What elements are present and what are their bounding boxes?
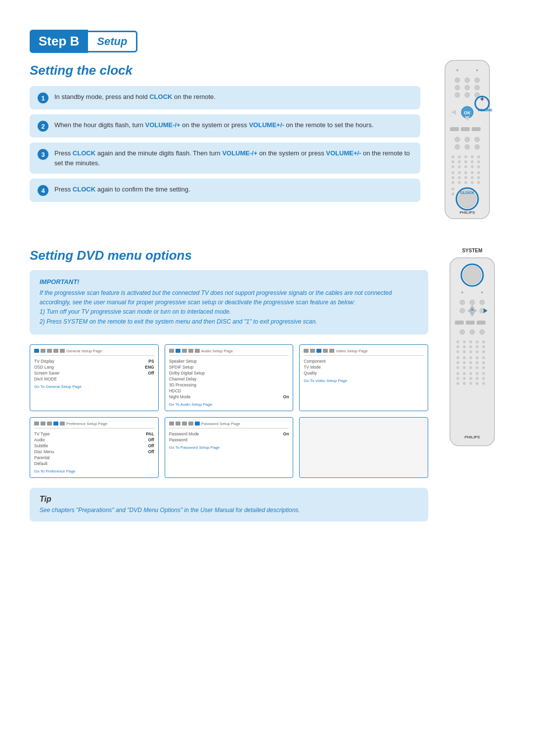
svg-point-30 bbox=[451, 160, 454, 163]
dvd-section-title: Setting DVD menu options bbox=[30, 248, 428, 263]
clock-section: Setting the clock 1 In standby mode, pre… bbox=[30, 63, 504, 228]
svg-point-101 bbox=[482, 345, 485, 348]
svg-point-42 bbox=[477, 160, 480, 163]
svg-text:CLOCK: CLOCK bbox=[460, 190, 475, 195]
svg-point-90 bbox=[456, 350, 459, 353]
svg-point-106 bbox=[463, 356, 466, 359]
dvd-section: Setting DVD menu options IMPORTANT! If t… bbox=[30, 248, 504, 521]
svg-point-119 bbox=[456, 377, 459, 380]
clock-remote-illustration: OK + VOLUME - bbox=[435, 58, 504, 228]
vol-highlight-2a: VOLUME-/+ bbox=[145, 121, 180, 129]
svg-point-24 bbox=[465, 137, 470, 142]
svg-point-118 bbox=[456, 372, 459, 375]
svg-text:PHILIPS: PHILIPS bbox=[459, 210, 475, 215]
svg-point-4 bbox=[465, 78, 470, 83]
svg-point-114 bbox=[476, 366, 479, 369]
menu-screen-empty bbox=[299, 417, 428, 478]
svg-point-111 bbox=[469, 366, 472, 369]
svg-point-25 bbox=[475, 137, 480, 142]
important-text: If the progressive scan feature is activ… bbox=[40, 288, 418, 327]
svg-point-23 bbox=[455, 137, 460, 142]
important-title: IMPORTANT! bbox=[40, 278, 418, 285]
svg-point-85 bbox=[460, 330, 465, 334]
step-4: 4 Press CLOCK again to confirm the time … bbox=[30, 179, 420, 202]
menu-row-parental: Parental bbox=[34, 455, 154, 460]
menu-row-tvmode: TV Mode bbox=[304, 365, 424, 370]
svg-point-107 bbox=[463, 361, 466, 364]
menu-icon-v5 bbox=[329, 349, 334, 353]
svg-point-109 bbox=[469, 356, 472, 359]
svg-point-100 bbox=[482, 340, 485, 343]
svg-point-48 bbox=[458, 176, 461, 179]
svg-point-89 bbox=[456, 345, 459, 348]
step-2: 2 When the hour digits flash, turn VOLUM… bbox=[30, 114, 420, 138]
svg-point-50 bbox=[464, 171, 467, 174]
svg-point-110 bbox=[469, 361, 472, 364]
svg-point-120 bbox=[456, 382, 459, 385]
step-number-3: 3 bbox=[38, 149, 48, 160]
menu-row-tv-display: TV DisplayPS bbox=[34, 359, 154, 364]
svg-point-34 bbox=[458, 165, 461, 168]
menu-row-disc-menu: Disc MenuOff bbox=[34, 449, 154, 454]
menu-screen-video: Video Setup Page Component TV Mode Quali… bbox=[299, 344, 428, 411]
step-text-3: Press CLOCK again and the minute digits … bbox=[54, 148, 412, 168]
menu-screen-audio: Audio Setup Page Speaker Setup SPDIF Set… bbox=[165, 344, 294, 411]
menu-icon-5 bbox=[60, 349, 65, 353]
svg-point-72 bbox=[480, 300, 485, 305]
svg-point-95 bbox=[469, 345, 472, 348]
step-number-2: 2 bbox=[38, 121, 48, 132]
svg-point-103 bbox=[456, 356, 459, 359]
menu-row-audio-pref: AudioOff bbox=[34, 437, 154, 442]
svg-point-69 bbox=[481, 291, 483, 293]
svg-point-73 bbox=[460, 308, 465, 313]
step-b-label: Step B bbox=[30, 30, 88, 53]
svg-point-108 bbox=[463, 366, 466, 369]
menu-row-pwd: Password bbox=[169, 437, 289, 442]
svg-point-2 bbox=[476, 69, 478, 71]
menu-icon-2 bbox=[41, 349, 45, 353]
svg-point-98 bbox=[476, 345, 479, 348]
menu-link-general: Go To General Setup Page bbox=[34, 384, 154, 389]
menu-icon-v2 bbox=[310, 349, 315, 353]
svg-text:VOLUME: VOLUME bbox=[478, 108, 492, 112]
menu-row-default: Default bbox=[34, 461, 154, 466]
menu-icon-p3 bbox=[47, 422, 52, 425]
menu-icon-pw5 bbox=[195, 422, 200, 425]
svg-point-27 bbox=[465, 144, 470, 149]
menu-icon-a2 bbox=[176, 349, 180, 353]
menu-row-osd: OSD LangENG bbox=[34, 365, 154, 370]
svg-point-132 bbox=[482, 382, 485, 385]
menu-tab-audio: Audio Setup Page bbox=[201, 349, 233, 353]
svg-text:-: - bbox=[449, 112, 451, 119]
menu-icon-a4 bbox=[188, 349, 193, 353]
svg-point-129 bbox=[476, 382, 479, 385]
svg-point-96 bbox=[469, 350, 472, 353]
svg-point-67 bbox=[463, 266, 481, 284]
svg-point-126 bbox=[469, 382, 472, 385]
menu-link-audio: Go To Audio Setup Page bbox=[169, 402, 289, 407]
svg-point-41 bbox=[477, 155, 480, 158]
svg-point-7 bbox=[465, 85, 470, 90]
svg-point-3 bbox=[455, 78, 460, 83]
menu-tab-pref: Preference Setup Page bbox=[66, 422, 107, 426]
svg-point-8 bbox=[475, 85, 480, 90]
svg-rect-20 bbox=[450, 127, 459, 131]
svg-rect-22 bbox=[472, 127, 481, 131]
svg-point-37 bbox=[464, 165, 467, 168]
tip-text: See chapters "Preparations" and "DVD Men… bbox=[40, 506, 418, 515]
step-number-1: 1 bbox=[38, 93, 48, 103]
menu-row-screen: Screen SaverOff bbox=[34, 371, 154, 376]
svg-point-116 bbox=[482, 361, 485, 364]
menu-row-tvtype: TV TypePAL bbox=[34, 431, 154, 436]
svg-rect-21 bbox=[461, 127, 470, 131]
svg-rect-84 bbox=[477, 321, 486, 325]
svg-point-92 bbox=[463, 345, 466, 348]
step-3: 3 Press CLOCK again and the minute digit… bbox=[30, 142, 420, 174]
menu-tab-password: Password Setup Page bbox=[201, 422, 240, 426]
svg-point-53 bbox=[471, 171, 474, 174]
vol-highlight-2b: VOLUME+/- bbox=[249, 121, 284, 129]
svg-point-5 bbox=[475, 78, 480, 83]
svg-text:+: + bbox=[480, 95, 484, 103]
svg-point-6 bbox=[455, 85, 460, 90]
menu-screen-general: General Setup Page TV DisplayPS OSD Lang… bbox=[30, 344, 159, 411]
